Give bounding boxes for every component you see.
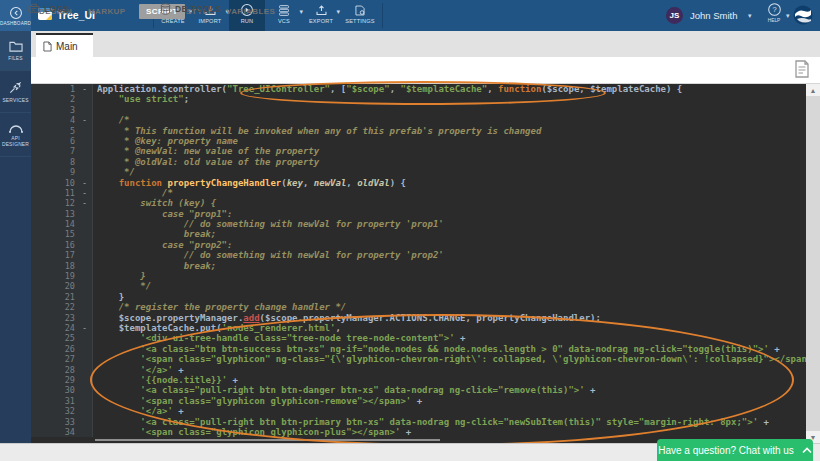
line-number[interactable]: 13 xyxy=(31,209,92,219)
code-line[interactable]: function propertyChangeHandler(key, newV… xyxy=(97,178,806,188)
fold-marker-icon[interactable]: - xyxy=(82,188,87,198)
line-number[interactable]: 1- xyxy=(31,84,92,94)
line-number[interactable]: 9 xyxy=(31,167,92,177)
line-number[interactable]: 4- xyxy=(31,115,92,125)
code-line[interactable]: $templateCache.put('nodes_renderer.html'… xyxy=(97,323,806,333)
line-number[interactable]: 7 xyxy=(31,146,92,156)
vertical-scrollbar[interactable] xyxy=(806,84,820,443)
line-number[interactable]: 27 xyxy=(31,354,92,364)
user-caret-down-icon[interactable]: ▾ xyxy=(748,12,752,20)
help-button[interactable]: ? HELP xyxy=(762,2,786,30)
code-line[interactable]: "use strict"; xyxy=(97,94,806,104)
line-number[interactable]: 22 xyxy=(31,302,92,312)
export-button[interactable]: EXPORT ▾ xyxy=(303,0,339,31)
fold-marker-icon[interactable]: - xyxy=(82,178,87,188)
user-name[interactable]: John Smith xyxy=(690,10,738,21)
line-number[interactable]: 29 xyxy=(31,375,92,385)
line-number[interactable]: 2 xyxy=(31,94,92,104)
code-line[interactable]: /* xyxy=(97,188,806,198)
code-line[interactable]: $scope.propertyManager.add($scope.proper… xyxy=(97,313,806,323)
code-line[interactable]: */ xyxy=(97,167,806,177)
editor-code[interactable]: Application.$controller("Tree_UIControll… xyxy=(97,84,806,437)
line-number[interactable]: 18 xyxy=(31,261,92,271)
line-number[interactable]: 24- xyxy=(31,323,92,333)
db-tools-button[interactable]: DB TOOLS xyxy=(160,3,221,15)
line-number[interactable]: 23 xyxy=(31,313,92,323)
horizontal-scrollbar-thumb[interactable] xyxy=(95,439,440,441)
code-line[interactable]: '<span class="glyphicon" ng-class="{\'gl… xyxy=(97,354,806,364)
code-line[interactable]: '<a class="btn btn-success btn-xs" ng-if… xyxy=(97,344,806,354)
code-line[interactable]: */ xyxy=(97,281,806,291)
line-number[interactable]: 21 xyxy=(31,292,92,302)
code-line[interactable]: case "prop2": xyxy=(97,240,806,250)
code-line[interactable]: Application.$controller("Tree_UIControll… xyxy=(97,84,806,94)
line-number[interactable]: 31 xyxy=(31,396,92,406)
code-line[interactable] xyxy=(97,105,806,115)
sidebar-item-services[interactable]: SERVICES xyxy=(0,71,31,113)
line-number[interactable]: 12- xyxy=(31,198,92,208)
dashboard-button[interactable]: DASHBOARD xyxy=(0,0,31,31)
line-number[interactable]: 3 xyxy=(31,105,92,115)
code-line[interactable]: } xyxy=(97,292,806,302)
format-code-icon[interactable] xyxy=(793,59,811,79)
line-number[interactable]: 30 xyxy=(31,385,92,395)
line-number[interactable]: 26 xyxy=(31,344,92,354)
fold-marker-icon[interactable]: - xyxy=(82,115,87,125)
code-line[interactable]: '</a>' + xyxy=(97,365,806,375)
line-number[interactable]: 25 xyxy=(31,333,92,343)
code-line[interactable]: '</a>' + xyxy=(97,406,806,416)
fold-marker-icon[interactable]: - xyxy=(82,84,87,94)
chat-button[interactable]: Have a question? Chat with us xyxy=(657,439,813,461)
code-line[interactable]: * This function will be invoked when any… xyxy=(97,126,806,136)
line-number[interactable]: 5 xyxy=(31,126,92,136)
avatar[interactable]: JS xyxy=(666,7,683,24)
code-line[interactable]: /* xyxy=(97,115,806,125)
code-line[interactable]: /* register the property change handler … xyxy=(97,302,806,312)
line-number[interactable]: 32 xyxy=(31,406,92,416)
code-line[interactable]: // do something with newVal for property… xyxy=(97,250,806,260)
line-number[interactable]: 16 xyxy=(31,240,92,250)
settings-button[interactable]: SETTINGS xyxy=(340,0,380,31)
line-number[interactable]: 14 xyxy=(31,219,92,229)
fold-marker-icon[interactable]: - xyxy=(82,323,87,333)
line-number[interactable]: 17 xyxy=(31,250,92,260)
wavemaker-logo-icon[interactable] xyxy=(793,5,813,25)
code-line[interactable]: '{{node.title}}' + xyxy=(97,375,806,385)
editor-gutter[interactable]: 1-234-5678910-11-12-13141516171819202122… xyxy=(31,84,93,437)
help-caret-down-icon[interactable]: ▾ xyxy=(786,12,790,20)
tab-variables[interactable]: VARIABLES xyxy=(226,7,275,16)
code-line[interactable]: * @oldVal: old value of the property xyxy=(97,157,806,167)
code-line[interactable]: break; xyxy=(97,261,806,271)
code-line[interactable]: } xyxy=(97,271,806,281)
tab-main[interactable]: Main xyxy=(36,33,93,57)
logs-button[interactable]: LOGS xyxy=(28,3,69,14)
line-number[interactable]: 19 xyxy=(31,271,92,281)
code-line[interactable]: switch (key) { xyxy=(97,198,806,208)
line-number[interactable]: 33 xyxy=(31,417,92,427)
line-number[interactable]: 15 xyxy=(31,229,92,239)
line-number[interactable]: 11- xyxy=(31,188,92,198)
code-line[interactable]: break; xyxy=(97,229,806,239)
sidebar-item-files[interactable]: FILES xyxy=(0,31,31,71)
line-number[interactable]: 6 xyxy=(31,136,92,146)
settings-icon xyxy=(353,3,367,17)
code-line[interactable]: '<div ui-tree-handle class="tree-node tr… xyxy=(97,333,806,343)
code-line[interactable]: * @key: property name xyxy=(97,136,806,146)
line-number[interactable]: 8 xyxy=(31,157,92,167)
code-line[interactable]: // do something with newVal for property… xyxy=(97,219,806,229)
fold-marker-icon[interactable]: - xyxy=(82,198,87,208)
code-line[interactable]: '<span class="glyphicon glyphicon-remove… xyxy=(97,396,806,406)
code-line[interactable]: * @newVal: new value of the property xyxy=(97,146,806,156)
code-line[interactable]: '<a class="pull-right btn btn-primary bt… xyxy=(97,417,806,427)
line-number[interactable]: 34 xyxy=(31,427,92,437)
line-number[interactable]: 10- xyxy=(31,178,92,188)
tab-markup[interactable]: MARKUP xyxy=(88,7,126,16)
scroll-up-arrow-icon[interactable]: ▲ xyxy=(806,84,820,96)
dashboard-label: DASHBOARD xyxy=(0,21,31,26)
line-number[interactable]: 20 xyxy=(31,281,92,291)
code-line[interactable]: case "prop1": xyxy=(97,209,806,219)
sidebar-item-api-designer[interactable]: API DESIGNER xyxy=(0,113,31,157)
code-line[interactable]: '<a class="pull-right btn btn-danger btn… xyxy=(97,385,806,395)
code-line[interactable]: '<span class="glyphicon glyphicon-plus">… xyxy=(97,427,806,437)
line-number[interactable]: 28 xyxy=(31,365,92,375)
